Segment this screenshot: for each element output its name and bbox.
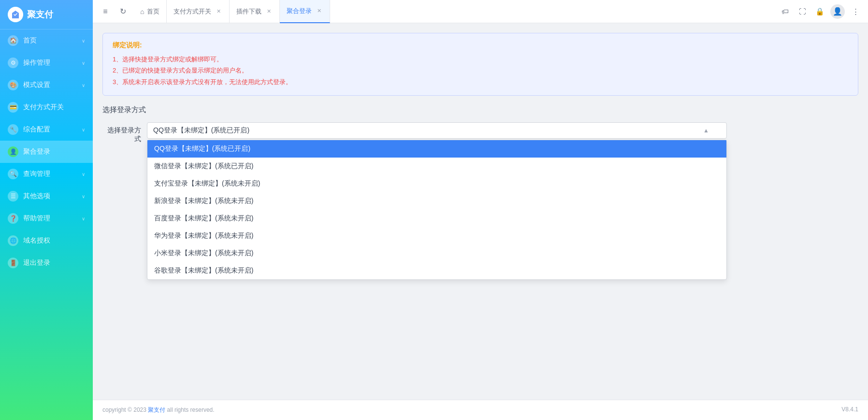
tab-payment-close[interactable]: ✕	[215, 8, 222, 15]
option-qq-label: QQ登录【未绑定】(系统已开启)	[154, 145, 250, 152]
collapse-button[interactable]: ≡	[99, 5, 112, 18]
notice-item-1: 1、选择快捷登录方式绑定或解绑即可。	[113, 54, 848, 65]
tab-plugin-label: 插件下载	[236, 7, 261, 16]
fullscreen-icon: ⛶	[799, 7, 806, 15]
form-control-login: QQ登录【未绑定】(系统已开启) ▲ QQ登录【未绑定】(系统已开启) 微信登录…	[147, 122, 727, 139]
tabs-area: ⌂ 首页 支付方式开关 ✕ 插件下载 ✕ 聚合登录 ✕	[133, 0, 774, 23]
sidebar-item-home[interactable]: 🏠 首页 ∨	[0, 29, 93, 52]
lock-button[interactable]: 🔒	[813, 5, 826, 18]
topbar: ≡ ↻ ⌂ 首页 支付方式开关 ✕ 插件下载 ✕ 聚合登录 ✕	[93, 0, 868, 23]
aggregate-icon: 👤	[8, 146, 18, 157]
other-arrow: ∨	[82, 194, 85, 199]
tab-plugin-close[interactable]: ✕	[265, 8, 273, 15]
integration-icon: 🔧	[8, 124, 18, 135]
option-baidu-label: 百度登录【未绑定】(系统未开启)	[154, 214, 253, 222]
tag-button[interactable]: 🏷	[778, 5, 792, 18]
sidebar-logo: 聚支付	[0, 0, 93, 29]
home-arrow: ∨	[82, 38, 85, 43]
login-type-select[interactable]: QQ登录【未绑定】(系统已开启) ▲	[147, 122, 727, 139]
version-text: V8.4.1	[841, 406, 858, 414]
dropdown-option-qq[interactable]: QQ登录【未绑定】(系统已开启)	[147, 140, 726, 158]
domain-icon: 🌐	[8, 235, 18, 246]
integration-arrow: ∨	[82, 127, 85, 132]
notice-item-2: 2、已绑定的快捷登录方式会显示绑定的用户名。	[113, 65, 848, 76]
tab-payment-switch[interactable]: 支付方式开关 ✕	[167, 0, 230, 23]
sidebar-query-label: 查询管理	[23, 170, 77, 178]
dropdown-option-xiaomi[interactable]: 小米登录【未绑定】(系统未开启)	[147, 245, 726, 262]
sidebar-item-logout[interactable]: 🚪 退出登录	[0, 252, 93, 274]
option-xiaomi-label: 小米登录【未绑定】(系统未开启)	[154, 249, 253, 257]
help-icon: ❓	[8, 213, 18, 224]
tab-aggregate-label: 聚合登录	[287, 7, 312, 15]
footer-copyright: copyright © 2023 聚支付 all rights reserved…	[102, 406, 215, 414]
tab-aggregate-close[interactable]: ✕	[316, 7, 323, 14]
logo-icon	[8, 7, 23, 22]
option-alipay-label: 支付宝登录【未绑定】(系统未开启)	[154, 179, 260, 187]
sidebar-domain-label: 域名授权	[23, 236, 85, 245]
sidebar-logout-label: 退出登录	[23, 259, 85, 267]
lock-icon: 🔒	[815, 7, 825, 16]
login-type-dropdown: QQ登录【未绑定】(系统已开启) 微信登录【未绑定】(系统已开启) 支付宝登录【…	[147, 140, 727, 280]
home-tab-icon: ⌂	[140, 8, 144, 15]
avatar-button[interactable]: 👤	[830, 4, 845, 19]
avatar-icon: 👤	[833, 7, 842, 16]
more-icon: ⋮	[852, 7, 859, 16]
refresh-button[interactable]: ↻	[116, 5, 130, 18]
tab-plugin-download[interactable]: 插件下载 ✕	[230, 0, 280, 23]
content-area: 绑定说明: 1、选择快捷登录方式绑定或解绑即可。 2、已绑定的快捷登录方式会显示…	[93, 23, 868, 400]
dropdown-option-weibo[interactable]: 新浪登录【未绑定】(系统未开启)	[147, 192, 726, 210]
sidebar-item-operation[interactable]: ⚙ 操作管理 ∨	[0, 52, 93, 74]
sidebar-item-query[interactable]: 🔍 查询管理 ∨	[0, 163, 93, 185]
notice-item-3: 3、系统未开启表示该登录方式没有开放，无法使用此方式登录。	[113, 76, 848, 87]
app-name: 聚支付	[27, 9, 53, 20]
operation-icon: ⚙	[8, 58, 18, 68]
dropdown-option-huawei[interactable]: 华为登录【未绑定】(系统未开启)	[147, 227, 726, 245]
sidebar-item-domain[interactable]: 🌐 域名授权	[0, 230, 93, 252]
sidebar-item-help[interactable]: ❓ 帮助管理 ∨	[0, 207, 93, 230]
query-icon: 🔍	[8, 169, 18, 179]
more-button[interactable]: ⋮	[849, 5, 862, 18]
chevron-up-icon: ▲	[703, 127, 709, 134]
dropdown-option-google[interactable]: 谷歌登录【未绑定】(系统未开启)	[147, 262, 726, 279]
collapse-icon: ≡	[103, 7, 107, 16]
sidebar-item-integration[interactable]: 🔧 综合配置 ∨	[0, 118, 93, 141]
sidebar-payment-label: 支付方式开关	[23, 103, 85, 112]
tab-payment-label: 支付方式开关	[174, 7, 211, 16]
option-wechat-label: 微信登录【未绑定】(系统已开启)	[154, 162, 253, 170]
tab-aggregate-login[interactable]: 聚合登录 ✕	[280, 0, 330, 23]
notice-box: 绑定说明: 1、选择快捷登录方式绑定或解绑即可。 2、已绑定的快捷登录方式会显示…	[102, 33, 858, 96]
footer-link[interactable]: 聚支付	[148, 406, 165, 413]
fullscreen-button[interactable]: ⛶	[796, 5, 809, 18]
tab-home-label: 首页	[147, 7, 159, 16]
home-icon: 🏠	[8, 35, 18, 46]
sidebar-home-label: 首页	[23, 36, 77, 45]
sidebar-other-label: 其他选项	[23, 192, 77, 201]
payment-icon: 💳	[8, 102, 18, 113]
sidebar-item-other[interactable]: ☰ 其他选项 ∨	[0, 185, 93, 207]
dropdown-option-alipay[interactable]: 支付宝登录【未绑定】(系统未开启)	[147, 175, 726, 192]
option-google-label: 谷歌登录【未绑定】(系统未开启)	[154, 266, 253, 274]
sidebar: 聚支付 🏠 首页 ∨ ⚙ 操作管理 ∨ 🎨 模式设置 ∨ 💳 支付方式开关 🔧 …	[0, 0, 93, 420]
sidebar-item-aggregate[interactable]: 👤 聚合登录	[0, 141, 93, 163]
footer-suffix: all rights reserved.	[165, 406, 214, 413]
option-huawei-label: 华为登录【未绑定】(系统未开启)	[154, 232, 253, 239]
topbar-right: 🏷 ⛶ 🔒 👤 ⋮	[778, 4, 862, 19]
mode-arrow: ∨	[82, 83, 85, 88]
other-icon: ☰	[8, 191, 18, 202]
sidebar-item-payment[interactable]: 💳 支付方式开关	[0, 96, 93, 118]
dropdown-option-baidu[interactable]: 百度登录【未绑定】(系统未开启)	[147, 210, 726, 227]
sidebar-aggregate-label: 聚合登录	[23, 147, 85, 156]
tab-home[interactable]: ⌂ 首页	[133, 0, 167, 23]
operation-arrow: ∨	[82, 60, 85, 66]
form-label-text: 选择登录方式	[107, 126, 141, 143]
form-label-login: 选择登录方式	[102, 122, 141, 144]
notice-title: 绑定说明:	[113, 41, 848, 50]
option-weibo-label: 新浪登录【未绑定】(系统未开启)	[154, 197, 253, 204]
sidebar-item-mode[interactable]: 🎨 模式设置 ∨	[0, 74, 93, 96]
footer-copyright-text: copyright © 2023	[102, 406, 148, 413]
form-row-login-type: 选择登录方式 QQ登录【未绑定】(系统已开启) ▲ QQ登录【未绑定】(系统已开…	[102, 122, 858, 144]
dropdown-option-wechat[interactable]: 微信登录【未绑定】(系统已开启)	[147, 158, 726, 175]
sidebar-help-label: 帮助管理	[23, 214, 77, 223]
main-area: ≡ ↻ ⌂ 首页 支付方式开关 ✕ 插件下载 ✕ 聚合登录 ✕	[93, 0, 868, 420]
logout-icon: 🚪	[8, 258, 18, 268]
